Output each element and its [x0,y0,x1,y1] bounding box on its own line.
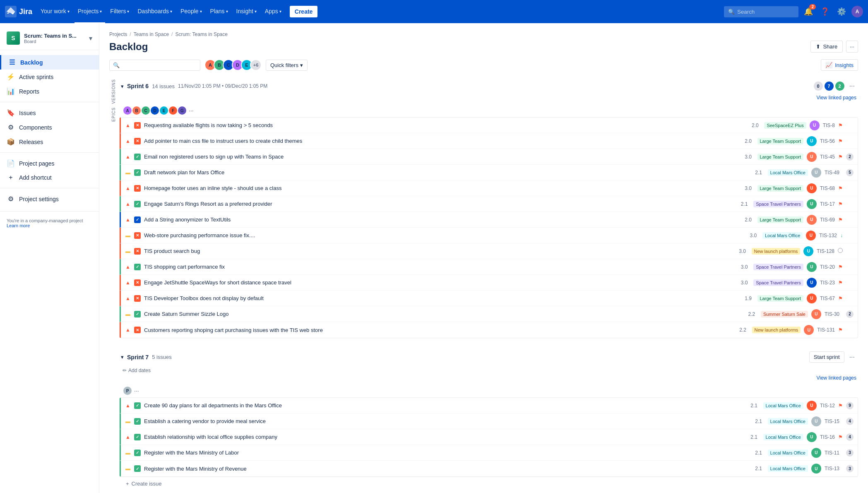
sprint7-avatar-1[interactable]: P [123,386,132,396]
sidebar-item-issues[interactable]: 🔖 Issues [0,106,99,120]
sprint-container: ▾ Sprint 6 14 issues 11/Nov/20 1:05 PM •… [119,77,858,493]
user-avatar[interactable]: A [851,6,863,17]
insights-button[interactable]: 📈 Insights [821,59,858,71]
breadcrumb-sep1: / [130,31,131,37]
sprint6-avatar-3[interactable]: C [141,106,151,115]
priority-medium-icon: ▬ [125,311,130,317]
learn-more-link[interactable]: Learn more [7,223,30,228]
table-row[interactable]: ▬ ✓ Register with the Mars Ministry of L… [120,445,858,461]
epics-label[interactable]: EPICS [111,106,116,123]
issue-id: TIS-131 [817,327,835,333]
sidebar-item-reports[interactable]: 📊 Reports [0,84,99,99]
issue-points: 3.0 [743,185,754,191]
sprint6-avatar-5[interactable]: E [159,106,169,115]
issue-summary: Email non registered users to sign up wi… [144,154,739,160]
table-row[interactable]: ▬ ✓ Draft network plan for Mars Office 2… [120,165,858,180]
issue-summary: Add pointer to main css file to instruct… [144,138,739,144]
nav-dashboards[interactable]: Dashboards ▾ [134,0,176,23]
sprint6-avatar-1[interactable]: A [123,106,132,115]
table-row[interactable]: ▲ ✕ Homepage footer uses an inline style… [120,180,858,196]
table-row[interactable]: ▬ ✕ Web-store purchasing performance iss… [120,228,858,243]
backlog-search-box[interactable]: 🔍 [109,60,200,71]
table-row[interactable]: ▲ ✓ Email non registered users to sign u… [120,149,858,165]
sidebar-expand-icon[interactable]: ▾ [89,34,92,42]
sprint7-view-linked[interactable]: View linked pages [816,375,856,381]
sprint6-more-button[interactable]: ··· [848,81,856,91]
sprint7-more-button[interactable]: ··· [848,352,856,363]
sidebar-item-releases[interactable]: 📦 Releases [0,135,99,149]
create-issue[interactable]: + Create issue [119,477,858,490]
table-row[interactable]: ▲ ✕ Requesting avaliable flights is now … [120,118,858,133]
table-row[interactable]: ▬ ✓ Register with the Mars Ministry of R… [120,461,858,476]
sprint6-avatar-7[interactable]: G [177,106,187,115]
nav-plans[interactable]: Plans ▾ [207,0,231,23]
issue-label: Local Mars Office [762,232,803,239]
sidebar-item-project-pages[interactable]: 📄 Project pages [0,156,99,171]
settings-button[interactable]: ⚙️ [835,5,848,18]
issue-flag: ⚑ [838,154,843,160]
versions-label[interactable]: VERSIONS [111,77,116,106]
table-row[interactable]: ▬ ✓ Create Saturn Summer Sizzle Logo 2.2… [120,306,858,322]
releases-icon: 📦 [7,138,15,146]
table-row[interactable]: ▬ ✓ Establish a catering vendor to provi… [120,414,858,429]
notifications-button[interactable]: 🔔 2 [802,5,815,18]
table-row[interactable]: ▲ ✓ Create 90 day plans for all departme… [120,398,858,414]
issue-label: Large Team Support [757,295,803,302]
breadcrumb-current: Scrum: Teams in Space [175,31,228,37]
table-row[interactable]: ▬ ✕ TIS product search bug 3.0 New launc… [120,243,858,259]
nav-people[interactable]: People ▾ [177,0,205,23]
sprint6-more-dots[interactable]: ··· [189,107,194,114]
app-logo[interactable]: J Jira [5,6,32,17]
priority-high-icon: ▲ [125,327,130,333]
help-button[interactable]: ❓ [818,5,832,18]
breadcrumb-teams[interactable]: Teams in Space [134,31,169,37]
issue-points: 2.1 [738,201,750,207]
breadcrumb-projects[interactable]: Projects [109,31,127,37]
sprint6-avatar-4[interactable]: D [150,106,160,115]
table-row[interactable]: ▲ ✓ TIS shopping cart performance fix 3.… [120,259,858,275]
sprint6-header[interactable]: ▾ Sprint 6 14 issues 11/Nov/20 1:05 PM •… [119,77,858,95]
add-dates[interactable]: ✏ Add dates [119,366,858,375]
issue-type-story-icon: ✓ [134,450,141,456]
issue-type-bug-icon: ✕ [134,327,141,333]
sidebar-item-add-shortcut[interactable]: + Add shortcut [0,171,99,185]
issue-avatar: U [804,325,814,335]
table-row[interactable]: ▲ ✕ Customers reporting shoping cart pur… [120,322,858,338]
sidebar-item-backlog[interactable]: ☰ Backlog [0,55,99,70]
backlog-search-input[interactable] [122,62,197,68]
create-button[interactable]: Create [290,6,318,17]
sprint7-header[interactable]: ▾ Sprint 7 5 issues Start sprint ··· [119,348,858,366]
sidebar-item-components[interactable]: ⚙ Components [0,120,99,135]
nav-insight[interactable]: Insight ▾ [233,0,260,23]
share-button[interactable]: ⬆ Share [810,41,843,53]
priority-high-icon: ▲ [125,403,130,409]
sidebar-item-project-settings[interactable]: ⚙ Project settings [0,192,99,206]
sprint6-avatar-6[interactable]: F [168,106,178,115]
sprint7-more-dots[interactable]: ··· [134,387,139,394]
priority-medium-icon: ▬ [125,170,130,176]
sidebar-item-active-sprints[interactable]: ⚡ Active sprints [0,70,99,84]
more-options-button[interactable]: ··· [846,41,858,53]
table-row[interactable]: ▲ ✓ Add a String anonymizer to TextUtils… [120,212,858,228]
search-box[interactable]: 🔍 [724,6,798,17]
table-row[interactable]: ▲ ✕ Add pointer to main css file to inst… [120,133,858,149]
sprint6-view-linked[interactable]: View linked pages [816,95,856,101]
avatar-more[interactable]: +6 [250,59,262,71]
table-row[interactable]: ▲ ✕ Engage JetShuttle SpaceWays for shor… [120,275,858,291]
start-sprint-button[interactable]: Start sprint [809,351,844,363]
quick-filters-button[interactable]: Quick filters ▾ [266,60,308,71]
issue-type-bug-icon: ✕ [134,295,141,302]
table-row[interactable]: ▲ ✕ TIS Developer Toolbox does not displ… [120,291,858,306]
sprint6-avatar-2[interactable]: B [132,106,142,115]
issue-avatar: U [811,309,821,319]
nav-filters[interactable]: Filters ▾ [107,0,132,23]
nav-your-work[interactable]: Your work ▾ [37,0,73,23]
issue-id: TIS-8 [823,123,835,128]
issue-id: TIS-15 [825,418,839,424]
issue-avatar: U [811,416,821,426]
nav-projects[interactable]: Projects ▾ [75,0,106,23]
nav-apps[interactable]: Apps ▾ [262,0,285,23]
table-row[interactable]: ▲ ✓ Establish relationship with local of… [120,429,858,445]
table-row[interactable]: ▲ ✓ Engage Saturn's Rings Resort as a pr… [120,196,858,212]
search-input[interactable] [737,9,794,15]
